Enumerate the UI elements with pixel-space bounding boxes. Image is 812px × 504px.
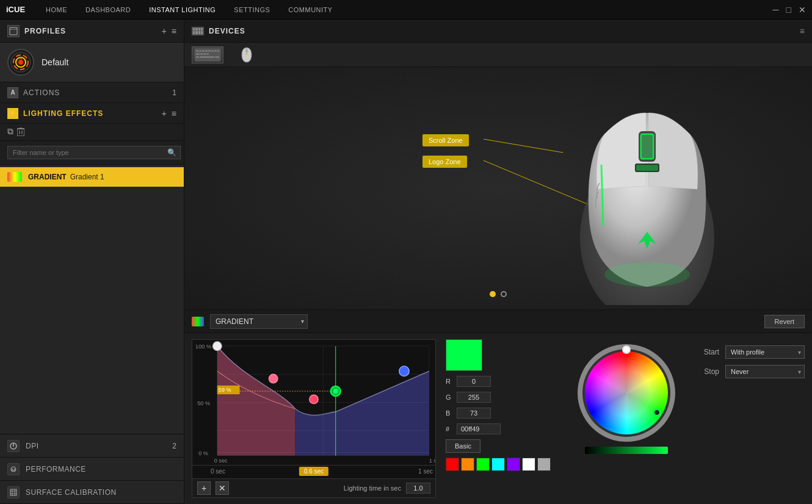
basic-button[interactable]: Basic [446,439,480,453]
hex-row: # [446,423,568,434]
svg-point-17 [14,469,15,470]
profiles-menu-button[interactable]: ≡ [172,26,176,36]
nav-dot-2[interactable] [501,291,507,297]
bottom-panel: GRADIENT SOLID RAINBOW WAVE ▾ Revert [184,309,812,504]
nav-dot-1[interactable] [490,291,496,297]
keyboard-device-thumb[interactable] [192,46,223,63]
gradient-name: Gradient 1 [70,173,104,181]
profiles-icon [7,25,20,37]
svg-point-42 [246,53,248,55]
svg-rect-41 [245,49,248,52]
nav-dots [490,291,507,297]
gradient-swatch [7,172,22,182]
nav-instant-lighting[interactable]: INSTANT LIGHTING [140,2,224,17]
svg-rect-52 [636,165,658,171]
dpi-count: 2 [172,442,176,450]
svg-text:50 %: 50 % [197,400,210,406]
svg-rect-0 [10,27,17,35]
curve-editor[interactable]: 100 % 50 % 0 % 59 % 0 sec 1 sec [192,339,436,466]
sidebar-item-surface-calibration[interactable]: SURFACE CALIBRATION [0,481,184,504]
lighting-add-button[interactable]: + [162,109,167,118]
start-select[interactable]: With profile Manual On schedule [725,345,805,359]
close-button[interactable]: ✕ [799,5,806,14]
swatch-gray[interactable] [537,458,551,471]
app-logo: iCUE [6,5,25,14]
window-controls: ─ □ ✕ [773,5,806,14]
nav-community[interactable]: COMMUNITY [280,2,341,17]
sidebar-item-performance[interactable]: PERFORMANCE [0,458,184,481]
svg-rect-32 [217,50,219,52]
devices-title: DEVICES [209,27,800,35]
lightning-icon: ⚡ [7,108,18,119]
remove-point-button[interactable]: ✕ [216,481,229,495]
hex-input[interactable] [457,423,501,434]
swatch-red[interactable] [446,458,459,471]
stop-label: Stop [697,367,719,376]
color-values-section: R G B # [446,339,805,498]
svg-point-70 [399,366,409,376]
blue-row: B [446,408,568,419]
maximize-button[interactable]: □ [786,5,791,14]
profiles-header: PROFILES + ≡ [0,20,184,43]
lighting-time-input[interactable] [406,483,430,494]
brightness-slider[interactable] [585,447,668,454]
stop-select[interactable]: Never Manual On schedule [725,365,805,378]
revert-button[interactable]: Revert [764,315,805,328]
svg-rect-19 [10,489,16,495]
color-wheel-top-handle[interactable] [622,345,631,354]
copy-button[interactable]: ⧉ [7,126,13,138]
swatch-cyan[interactable] [491,458,505,471]
red-row: R [446,376,568,387]
gradient-item[interactable]: GRADIENT Gradient 1 [0,167,184,187]
swatch-white[interactable] [522,458,535,471]
search-input[interactable] [7,146,181,159]
title-bar: iCUE HOME DASHBOARD INSTANT LIGHTING SET… [0,0,812,20]
svg-rect-30 [211,50,214,52]
nav-settings[interactable]: SETTINGS [225,2,278,17]
profiles-add-button[interactable]: + [162,26,167,36]
swatch-green[interactable] [476,458,490,471]
device-icons-row [184,43,812,67]
blue-label: B [446,409,453,417]
svg-rect-49 [640,133,654,160]
red-label: R [446,378,453,385]
scroll-zone-label[interactable]: Scroll Zone [422,134,469,146]
green-input[interactable] [457,392,491,403]
nav-menu: HOME DASHBOARD INSTANT LIGHTING SETTINGS… [37,2,773,17]
svg-rect-38 [200,56,214,58]
profile-default[interactable]: Default [0,43,184,82]
svg-rect-27 [202,50,205,52]
add-point-button[interactable]: + [197,481,211,495]
time-current-label: 0.6 sec [299,467,328,476]
gradient-toolbar: GRADIENT SOLID RAINBOW WAVE ▾ Revert [184,310,812,333]
mouse-device-thumb[interactable] [231,46,263,63]
svg-text:0 sec: 0 sec [214,458,228,464]
sidebar-item-dpi[interactable]: DPI 2 [0,434,184,458]
svg-rect-39 [215,56,219,58]
red-input[interactable] [457,376,491,387]
gradient-type-dropdown[interactable]: GRADIENT SOLID RAINBOW WAVE [210,314,308,329]
minimize-button[interactable]: ─ [773,5,779,14]
swatch-orange[interactable] [461,458,474,471]
actions-icon: A [7,87,18,98]
curve-svg: 100 % 50 % 0 % 59 % 0 sec 1 sec [192,340,435,465]
actions-count: 1 [172,88,176,97]
dpi-icon [7,440,20,452]
nav-dashboard[interactable]: DASHBOARD [77,2,139,17]
time-end-label: 1 sec [418,468,433,475]
svg-rect-7 [17,129,24,136]
devices-menu-icon[interactable]: ≡ [800,26,805,36]
svg-point-69 [333,389,338,394]
surface-calibration-label: SURFACE CALIBRATION [26,488,176,497]
right-panel: DEVICES ≡ [184,20,812,504]
svg-rect-25 [196,50,198,52]
swatch-purple[interactable] [507,458,520,471]
green-label: G [446,394,453,401]
color-wheel-container[interactable] [578,344,675,442]
lighting-menu-button[interactable]: ≡ [172,109,176,118]
blue-input[interactable] [457,408,491,419]
delete-button[interactable] [17,128,24,138]
nav-home[interactable]: HOME [37,2,76,17]
color-preview [446,339,482,371]
logo-zone-label[interactable]: Logo Zone [422,156,467,168]
